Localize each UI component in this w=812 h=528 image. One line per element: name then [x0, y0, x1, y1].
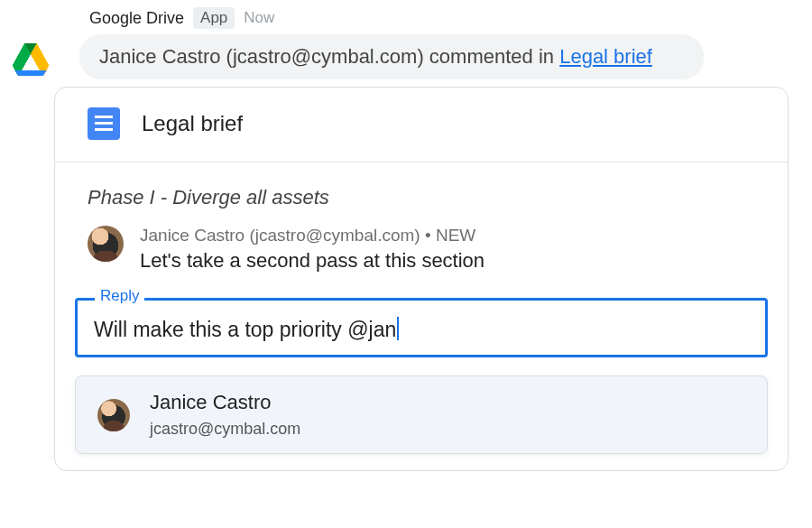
summary-text: Janice Castro (jcastro@cymbal.com) comme…: [99, 45, 559, 68]
card-header: Legal brief: [55, 88, 788, 162]
source-name: Google Drive: [89, 9, 184, 28]
notification-header: Google Drive App Now: [89, 7, 274, 29]
reply-input[interactable]: Will make this a top priority @jan: [75, 298, 768, 357]
comment-author-line: Janice Castro (jcastro@cymbal.com) • NEW: [140, 226, 484, 245]
svg-marker-2: [15, 70, 46, 76]
app-badge: App: [193, 7, 235, 29]
document-title[interactable]: Legal brief: [142, 111, 243, 136]
notification-summary: Janice Castro (jcastro@cymbal.com) comme…: [79, 34, 704, 79]
timestamp: Now: [244, 9, 274, 27]
google-drive-icon: [13, 43, 49, 79]
google-docs-icon: [88, 107, 120, 140]
reply-label: Reply: [95, 287, 144, 305]
comment-context-text: Phase I - Diverge all assets: [55, 162, 788, 217]
comment-block: Janice Castro (jcastro@cymbal.com) • NEW…: [55, 217, 788, 276]
mention-suggestion[interactable]: Janice Castro jcastro@cymbal.com: [75, 375, 768, 454]
suggestion-email: jcastro@cymbal.com: [150, 420, 300, 439]
avatar: [88, 226, 124, 262]
document-link[interactable]: Legal brief: [559, 45, 652, 68]
avatar: [97, 399, 130, 431]
text-caret: [397, 317, 399, 340]
comment-card: Legal brief Phase I - Diverge all assets…: [54, 87, 789, 471]
suggestion-name: Janice Castro: [150, 391, 300, 414]
reply-field[interactable]: Reply Will make this a top priority @jan: [75, 298, 768, 357]
comment-body: Let's take a second pass at this section: [140, 249, 484, 273]
reply-value: Will make this a top priority @jan: [94, 318, 396, 341]
